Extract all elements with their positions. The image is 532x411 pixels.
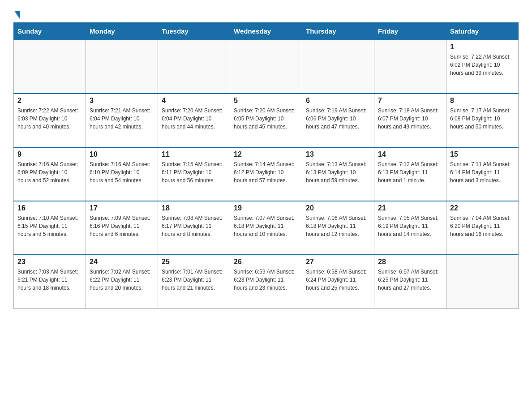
column-header-monday: Monday <box>86 23 158 40</box>
calendar-table: SundayMondayTuesdayWednesdayThursdayFrid… <box>13 22 519 309</box>
day-number: 18 <box>162 204 226 212</box>
calendar-cell <box>302 40 374 94</box>
calendar-cell: 17Sunrise: 7:09 AM Sunset: 6:16 PM Dayli… <box>86 201 158 255</box>
day-info: Sunrise: 7:11 AM Sunset: 6:14 PM Dayligh… <box>450 160 515 184</box>
calendar-cell: 26Sunrise: 6:59 AM Sunset: 6:23 PM Dayli… <box>230 255 302 308</box>
day-number: 13 <box>306 150 370 158</box>
calendar-cell: 1Sunrise: 7:22 AM Sunset: 6:02 PM Daylig… <box>446 40 519 94</box>
calendar-cell <box>374 40 446 94</box>
day-info: Sunrise: 7:07 AM Sunset: 6:18 PM Dayligh… <box>234 214 298 238</box>
calendar-cell: 5Sunrise: 7:20 AM Sunset: 6:05 PM Daylig… <box>230 94 302 147</box>
calendar-cell: 6Sunrise: 7:19 AM Sunset: 6:06 PM Daylig… <box>302 94 374 147</box>
day-info: Sunrise: 7:12 AM Sunset: 6:13 PM Dayligh… <box>378 160 442 184</box>
day-number: 7 <box>378 97 442 105</box>
day-number: 8 <box>450 97 515 105</box>
column-header-thursday: Thursday <box>302 23 374 40</box>
logo-arrow-icon <box>14 11 20 19</box>
calendar-cell: 9Sunrise: 7:16 AM Sunset: 6:09 PM Daylig… <box>14 147 86 201</box>
day-number: 9 <box>17 150 82 158</box>
day-info: Sunrise: 7:10 AM Sunset: 6:15 PM Dayligh… <box>17 214 82 238</box>
day-info: Sunrise: 7:17 AM Sunset: 6:08 PM Dayligh… <box>450 107 515 131</box>
day-info: Sunrise: 7:05 AM Sunset: 6:19 PM Dayligh… <box>378 214 442 238</box>
calendar-cell: 27Sunrise: 6:58 AM Sunset: 6:24 PM Dayli… <box>302 255 374 308</box>
day-info: Sunrise: 7:19 AM Sunset: 6:06 PM Dayligh… <box>306 107 370 131</box>
calendar-cell: 20Sunrise: 7:06 AM Sunset: 6:18 PM Dayli… <box>302 201 374 255</box>
day-info: Sunrise: 6:58 AM Sunset: 6:24 PM Dayligh… <box>306 268 370 292</box>
day-number: 1 <box>450 43 515 51</box>
calendar-cell: 14Sunrise: 7:12 AM Sunset: 6:13 PM Dayli… <box>374 147 446 201</box>
day-info: Sunrise: 7:16 AM Sunset: 6:09 PM Dayligh… <box>17 160 82 184</box>
column-header-friday: Friday <box>374 23 446 40</box>
day-number: 25 <box>162 258 226 266</box>
day-info: Sunrise: 7:13 AM Sunset: 6:13 PM Dayligh… <box>306 160 370 184</box>
day-info: Sunrise: 7:21 AM Sunset: 6:04 PM Dayligh… <box>90 107 154 131</box>
week-row-3: 9Sunrise: 7:16 AM Sunset: 6:09 PM Daylig… <box>14 147 519 201</box>
day-number: 28 <box>378 258 442 266</box>
calendar-cell: 25Sunrise: 7:01 AM Sunset: 6:23 PM Dayli… <box>158 255 230 308</box>
day-info: Sunrise: 7:09 AM Sunset: 6:16 PM Dayligh… <box>90 214 154 238</box>
day-info: Sunrise: 7:18 AM Sunset: 6:07 PM Dayligh… <box>378 107 442 131</box>
day-number: 22 <box>450 204 515 212</box>
day-number: 20 <box>306 204 370 212</box>
calendar-cell: 28Sunrise: 6:57 AM Sunset: 6:25 PM Dayli… <box>374 255 446 308</box>
calendar-cell: 3Sunrise: 7:21 AM Sunset: 6:04 PM Daylig… <box>86 94 158 147</box>
column-header-sunday: Sunday <box>14 23 86 40</box>
day-number: 15 <box>450 150 515 158</box>
calendar-cell: 8Sunrise: 7:17 AM Sunset: 6:08 PM Daylig… <box>446 94 519 147</box>
day-info: Sunrise: 7:14 AM Sunset: 6:12 PM Dayligh… <box>234 160 298 184</box>
calendar-cell: 22Sunrise: 7:04 AM Sunset: 6:20 PM Dayli… <box>446 201 519 255</box>
day-number: 5 <box>234 97 298 105</box>
day-info: Sunrise: 7:15 AM Sunset: 6:11 PM Dayligh… <box>162 160 226 184</box>
day-number: 6 <box>306 97 370 105</box>
column-header-wednesday: Wednesday <box>230 23 302 40</box>
calendar-cell: 16Sunrise: 7:10 AM Sunset: 6:15 PM Dayli… <box>14 201 86 255</box>
day-info: Sunrise: 6:57 AM Sunset: 6:25 PM Dayligh… <box>378 268 442 292</box>
day-info: Sunrise: 7:08 AM Sunset: 6:17 PM Dayligh… <box>162 214 226 238</box>
column-header-tuesday: Tuesday <box>158 23 230 40</box>
calendar-header-row: SundayMondayTuesdayWednesdayThursdayFrid… <box>14 23 519 40</box>
day-info: Sunrise: 7:16 AM Sunset: 6:10 PM Dayligh… <box>90 160 154 184</box>
week-row-1: 1Sunrise: 7:22 AM Sunset: 6:02 PM Daylig… <box>14 40 519 94</box>
day-info: Sunrise: 7:03 AM Sunset: 6:21 PM Dayligh… <box>17 268 82 292</box>
calendar-cell: 11Sunrise: 7:15 AM Sunset: 6:11 PM Dayli… <box>158 147 230 201</box>
calendar-cell: 10Sunrise: 7:16 AM Sunset: 6:10 PM Dayli… <box>86 147 158 201</box>
calendar-cell: 7Sunrise: 7:18 AM Sunset: 6:07 PM Daylig… <box>374 94 446 147</box>
week-row-5: 23Sunrise: 7:03 AM Sunset: 6:21 PM Dayli… <box>14 255 519 308</box>
calendar-cell: 19Sunrise: 7:07 AM Sunset: 6:18 PM Dayli… <box>230 201 302 255</box>
day-number: 16 <box>17 204 82 212</box>
calendar-cell: 2Sunrise: 7:22 AM Sunset: 6:03 PM Daylig… <box>14 94 86 147</box>
calendar-cell <box>14 40 86 94</box>
day-info: Sunrise: 7:01 AM Sunset: 6:23 PM Dayligh… <box>162 268 226 292</box>
calendar-cell: 23Sunrise: 7:03 AM Sunset: 6:21 PM Dayli… <box>14 255 86 308</box>
day-number: 2 <box>17 97 82 105</box>
calendar-cell: 4Sunrise: 7:20 AM Sunset: 6:04 PM Daylig… <box>158 94 230 147</box>
day-info: Sunrise: 7:20 AM Sunset: 6:04 PM Dayligh… <box>162 107 226 131</box>
day-number: 14 <box>378 150 442 158</box>
calendar-cell <box>86 40 158 94</box>
logo <box>13 9 20 18</box>
day-number: 23 <box>17 258 82 266</box>
calendar-cell: 15Sunrise: 7:11 AM Sunset: 6:14 PM Dayli… <box>446 147 519 201</box>
calendar-cell: 18Sunrise: 7:08 AM Sunset: 6:17 PM Dayli… <box>158 201 230 255</box>
calendar-cell: 13Sunrise: 7:13 AM Sunset: 6:13 PM Dayli… <box>302 147 374 201</box>
week-row-2: 2Sunrise: 7:22 AM Sunset: 6:03 PM Daylig… <box>14 94 519 147</box>
calendar-cell <box>230 40 302 94</box>
day-info: Sunrise: 7:04 AM Sunset: 6:20 PM Dayligh… <box>450 214 515 238</box>
day-number: 10 <box>90 150 154 158</box>
week-row-4: 16Sunrise: 7:10 AM Sunset: 6:15 PM Dayli… <box>14 201 519 255</box>
calendar-cell <box>446 255 519 308</box>
day-info: Sunrise: 7:06 AM Sunset: 6:18 PM Dayligh… <box>306 214 370 238</box>
day-number: 11 <box>162 150 226 158</box>
calendar-cell <box>158 40 230 94</box>
calendar-cell: 24Sunrise: 7:02 AM Sunset: 6:22 PM Dayli… <box>86 255 158 308</box>
day-number: 19 <box>234 204 298 212</box>
day-number: 4 <box>162 97 226 105</box>
calendar-cell: 21Sunrise: 7:05 AM Sunset: 6:19 PM Dayli… <box>374 201 446 255</box>
column-header-saturday: Saturday <box>446 23 519 40</box>
day-info: Sunrise: 7:22 AM Sunset: 6:03 PM Dayligh… <box>17 107 82 131</box>
day-info: Sunrise: 7:20 AM Sunset: 6:05 PM Dayligh… <box>234 107 298 131</box>
day-info: Sunrise: 7:02 AM Sunset: 6:22 PM Dayligh… <box>90 268 154 292</box>
day-number: 17 <box>90 204 154 212</box>
day-number: 21 <box>378 204 442 212</box>
day-number: 12 <box>234 150 298 158</box>
